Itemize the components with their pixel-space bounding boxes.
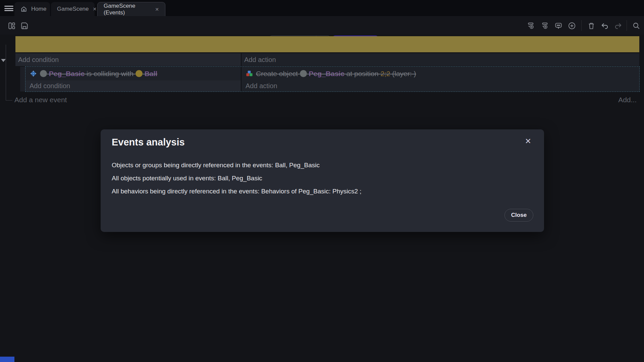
dialog-body: Objects or groups being directly referen… [112,162,362,201]
peg-basic-object-icon [300,70,307,77]
add-more-link[interactable]: Add... [618,96,637,104]
redo-icon[interactable] [614,21,623,30]
add-event-icon[interactable] [527,21,536,30]
collapse-event-icon[interactable] [1,59,6,62]
close-button[interactable]: Close [504,209,533,222]
status-strip [0,357,14,362]
event-indent-handle[interactable] [20,67,25,92]
add-condition-link[interactable]: Add condition [15,56,59,64]
add-condition-row[interactable]: Add condition [25,80,241,92]
add-new-event-link[interactable]: Add a new event [14,96,67,104]
event-tree-line [6,45,6,100]
conditions-cell: Peg_Basic is colliding with Ball Add con… [25,67,241,92]
potential-objects-line: All objects potentially used in events: … [112,175,362,182]
undo-icon[interactable] [600,21,609,30]
tab-gamescene-events[interactable]: GameScene (Events) ✕ [97,2,165,16]
actions-cell: Create object Peg_Basic at position 2;2 … [241,67,639,92]
close-icon[interactable]: ✕ [155,7,159,12]
add-condition-link[interactable]: Add condition [30,82,70,90]
add-comment-icon[interactable] [554,21,563,30]
tab-label: GameScene (Events) [104,3,151,16]
close-icon[interactable]: ✕ [525,137,531,145]
actions-cell[interactable]: Add action [241,53,639,66]
main-menu-icon[interactable] [4,6,14,11]
tab-gamescene[interactable]: GameScene ✕ [51,2,95,16]
events-analysis-dialog: Events analysis ✕ Objects or groups bein… [101,129,544,232]
add-action-link[interactable]: Add action [246,82,277,90]
selected-sub-event: Peg_Basic is colliding with Ball Add con… [20,67,639,92]
save-icon[interactable] [20,21,29,30]
conditions-cell[interactable]: Add condition [15,53,241,66]
referenced-behaviors-line: All behaviors being directly referenced … [112,188,362,195]
dialog-title: Events analysis [112,137,185,148]
condition-text: Peg_Basic is colliding with Ball [40,70,157,78]
condition-instruction[interactable]: Peg_Basic is colliding with Ball [25,67,241,80]
open-project-manager-icon[interactable] [7,21,16,30]
peg-basic-object-icon [40,70,47,77]
close-icon[interactable]: ✕ [93,6,97,12]
toolbar-divider [627,20,627,31]
delete-icon[interactable] [587,21,596,30]
event-tree-line [6,100,12,101]
home-icon [20,6,27,12]
action-instruction[interactable]: Create object Peg_Basic at position 2;2 … [241,67,639,80]
add-more-events-icon[interactable] [568,21,576,30]
tab-label: GameScene [57,6,89,12]
ball-object-icon [136,70,143,77]
tab-home[interactable]: Home [14,2,50,16]
event-row: Add condition Add action [15,53,639,66]
collision-condition-icon [30,70,37,77]
tab-bar: Home GameScene ✕ GameScene (Events) ✕ [0,0,644,16]
action-text: Create object Peg_Basic at position 2;2 … [256,70,416,78]
tab-label: Home [31,6,46,12]
create-object-action-icon [246,70,253,77]
toolbar: Preview Publish [0,16,644,35]
add-subevent-icon[interactable] [541,21,549,30]
search-icon[interactable] [632,21,641,30]
toolbar-divider [581,20,582,31]
referenced-objects-line: Objects or groups being directly referen… [112,162,362,169]
add-action-link[interactable]: Add action [241,56,276,64]
gdevelop-window: Home GameScene ✕ GameScene (Events) ✕ [0,0,644,362]
add-action-row[interactable]: Add action [241,80,639,92]
selected-comment-block[interactable] [15,36,639,52]
